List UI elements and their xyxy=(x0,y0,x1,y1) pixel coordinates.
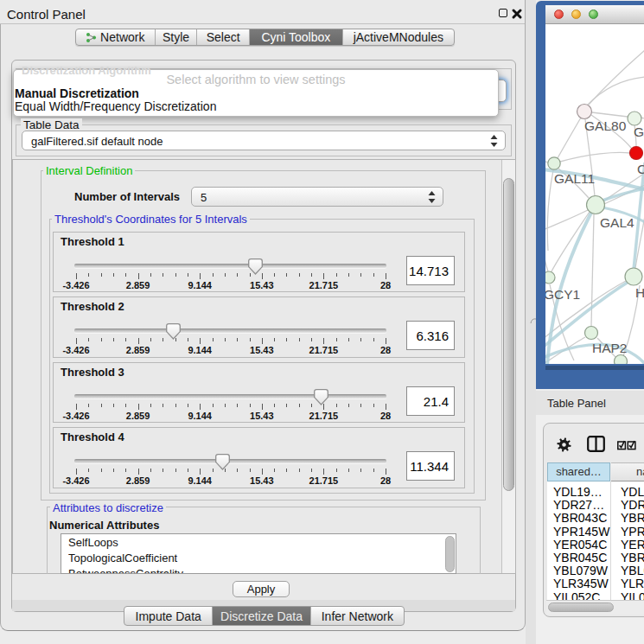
svg-text:GA: GA xyxy=(634,124,644,139)
svg-text:GAL80: GAL80 xyxy=(584,118,627,133)
svg-text:CY: CY xyxy=(637,162,644,176)
svg-text:GCY1: GCY1 xyxy=(545,287,580,302)
svg-text:GAL11: GAL11 xyxy=(554,171,595,186)
svg-text:GAL4: GAL4 xyxy=(600,215,634,230)
svg-text:HAP2: HAP2 xyxy=(592,341,628,355)
svg-text:H: H xyxy=(635,285,644,300)
